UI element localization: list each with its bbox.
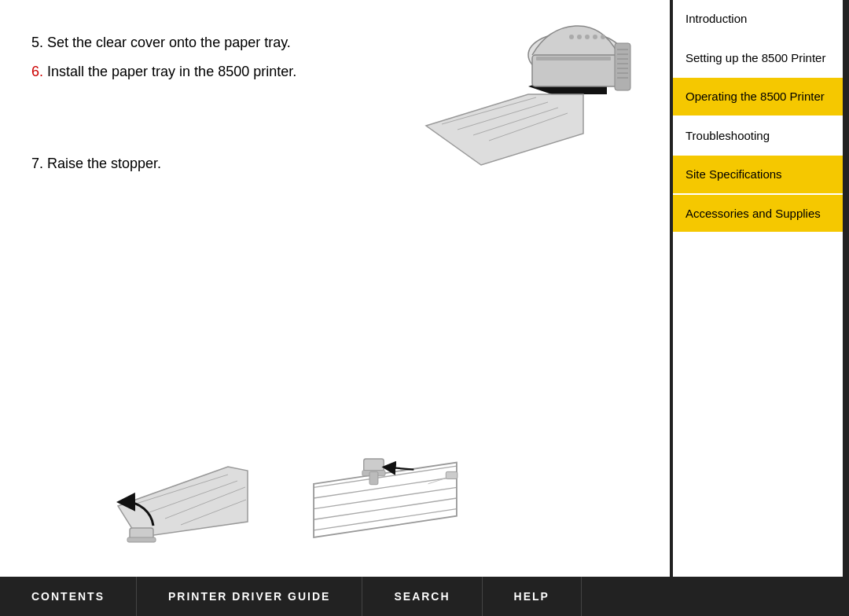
help-button[interactable]: HELP	[483, 577, 582, 616]
sidebar-item-operating-label: Operating the 8500 Printer	[685, 90, 825, 103]
svg-point-20	[601, 35, 605, 39]
svg-rect-36	[364, 459, 384, 471]
printer-svg	[402, 16, 638, 173]
step-6-number: 6.	[31, 64, 47, 79]
svg-rect-28	[127, 537, 156, 542]
svg-line-33	[314, 498, 457, 519]
tray-right-svg	[307, 443, 464, 553]
sidebar-item-troubleshooting-label: Troubleshooting	[685, 129, 770, 142]
svg-rect-42	[446, 471, 458, 478]
step-5-label: 5. Set the clear cover onto the paper tr…	[31, 35, 291, 50]
tray-left-svg	[110, 427, 259, 553]
svg-line-32	[314, 487, 457, 508]
sidebar-item-introduction-label: Introduction	[685, 12, 747, 25]
svg-marker-22	[118, 467, 248, 537]
sidebar-item-troubleshooting[interactable]: Troubleshooting	[673, 117, 843, 156]
printer-driver-guide-button[interactable]: PRINTER DRIVER GUIDE	[137, 577, 362, 616]
svg-point-16	[569, 35, 574, 39]
sidebar-item-site-specifications[interactable]: Site Specifications	[673, 156, 843, 195]
sidebar-item-introduction[interactable]: Introduction	[673, 0, 843, 39]
sidebar-item-setting-up-label: Setting up the 8500 Printer	[685, 51, 825, 64]
svg-line-39	[389, 468, 414, 470]
svg-rect-21	[536, 57, 611, 60]
svg-point-19	[593, 35, 597, 39]
svg-rect-8	[615, 43, 630, 90]
bottom-toolbar: CONTENTS PRINTER DRIVER GUIDE SEARCH HEL…	[0, 577, 676, 616]
svg-line-30	[314, 466, 457, 487]
contents-button[interactable]: CONTENTS	[0, 577, 137, 616]
right-border-bar	[843, 0, 849, 616]
sidebar: Introduction Setting up the 8500 Printer…	[670, 0, 843, 616]
printer-illustration	[402, 16, 654, 189]
sidebar-item-accessories[interactable]: Accessories and Supplies	[673, 195, 843, 234]
svg-rect-38	[369, 471, 378, 484]
svg-point-17	[577, 35, 582, 39]
search-button[interactable]: SEARCH	[362, 577, 482, 616]
sidebar-item-operating[interactable]: Operating the 8500 Printer	[673, 78, 843, 117]
sidebar-item-accessories-label: Accessories and Supplies	[685, 207, 821, 220]
svg-marker-1	[426, 94, 583, 165]
svg-point-18	[585, 35, 590, 39]
bottom-illustrations	[110, 427, 464, 553]
step-7-label: 7. Raise the stopper.	[31, 156, 161, 171]
sidebar-item-site-specifications-label: Site Specifications	[685, 167, 782, 181]
sidebar-item-setting-up[interactable]: Setting up the 8500 Printer	[673, 39, 843, 79]
sidebar-spacer	[673, 233, 843, 577]
step-6-label: Install the paper tray in the 8500 print…	[47, 64, 296, 79]
sidebar-toolbar-filler	[673, 577, 843, 616]
